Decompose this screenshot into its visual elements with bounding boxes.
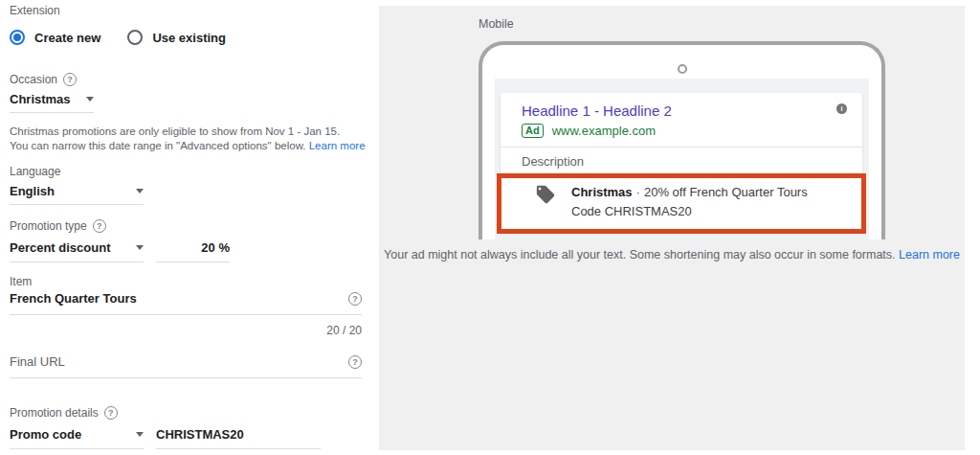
promotion-details-label: Promotion details	[10, 406, 99, 420]
help-icon[interactable]: ?	[93, 219, 106, 233]
help-icon[interactable]: ?	[348, 292, 362, 306]
item-value: French Quarter Tours	[10, 291, 137, 306]
promotion-details-row: Promo code CHRISTMAS20	[10, 425, 321, 449]
promotion-extension-editor: Extension Create new Use existing Occasi…	[0, 0, 980, 455]
preview-panel: Mobile Headline 1 - Headline 2 Ad www.ex…	[379, 6, 965, 450]
occasion-note-line1: Christmas promotions are only eligible t…	[10, 125, 340, 137]
phone-screen: Headline 1 - Headline 2 Ad www.example.c…	[495, 79, 869, 239]
radio-use-existing[interactable]	[127, 30, 143, 45]
extension-label: Extension	[10, 4, 60, 17]
promo-code-input[interactable]: CHRISTMAS20	[156, 425, 321, 449]
language-label: Language	[10, 165, 60, 178]
ad-url-row: Ad www.example.com	[522, 124, 843, 138]
disclaimer-text: Your ad might not always include all you…	[384, 248, 896, 262]
occasion-note: Christmas promotions are only eligible t…	[10, 125, 368, 153]
ad-display-url: www.example.com	[552, 124, 656, 138]
chevron-down-icon	[86, 97, 94, 102]
item-label: Item	[10, 275, 32, 288]
promo-detail-type-value: Promo code	[10, 427, 81, 442]
language-value: English	[10, 184, 55, 198]
final-url-input[interactable]: Final URL ?	[10, 354, 362, 378]
occasion-label-row: Occasion ?	[10, 73, 77, 86]
help-icon[interactable]: ?	[63, 73, 77, 86]
occasion-learn-more-link[interactable]: Learn more	[309, 140, 366, 151]
final-url-placeholder: Final URL	[10, 354, 65, 369]
info-icon[interactable]: i	[836, 103, 847, 114]
promo-text: 20% off French Quarter Tours	[644, 185, 808, 199]
promo-separator: ·	[633, 185, 644, 199]
promo-line: Christmas·20% off French Quarter Tours	[571, 185, 808, 199]
chevron-down-icon	[136, 432, 144, 437]
chevron-down-icon	[136, 189, 144, 193]
help-icon[interactable]: ?	[348, 355, 362, 369]
promotion-type-label: Promotion type	[10, 219, 87, 233]
percent-amount-value: 20 %	[201, 240, 230, 255]
chevron-down-icon	[136, 245, 144, 250]
promo-code-line: Code CHRISTMAS20	[571, 203, 808, 219]
ad-badge: Ad	[522, 124, 544, 138]
ad-description: Description	[522, 154, 843, 170]
promotion-type-row: Percent discount 20 %	[10, 239, 230, 262]
preview-disclaimer: Your ad might not always include all you…	[379, 248, 965, 262]
occasion-note-line2: You can narrow this date range in "Advan…	[10, 140, 306, 151]
tag-icon	[535, 184, 556, 219]
promo-detail-type-select[interactable]: Promo code	[10, 425, 144, 449]
promo-occasion: Christmas	[571, 185, 633, 199]
promo-extension-row: Christmas·20% off French Quarter Tours C…	[522, 183, 843, 219]
disclaimer-learn-more-link[interactable]: Learn more	[899, 248, 960, 262]
ad-headline: Headline 1 - Headline 2	[522, 102, 843, 120]
promotion-details-label-row: Promotion details ?	[10, 406, 118, 420]
occasion-label: Occasion	[10, 73, 57, 86]
occasion-select[interactable]: Christmas	[10, 92, 94, 113]
language-select[interactable]: English	[10, 184, 144, 205]
item-input[interactable]: French Quarter Tours ?	[10, 291, 362, 315]
promotion-type-label-row: Promotion type ?	[10, 219, 106, 233]
card-divider	[501, 147, 862, 148]
phone-camera-icon	[678, 64, 687, 74]
radio-create-new[interactable]	[10, 30, 25, 45]
help-icon[interactable]: ?	[104, 406, 118, 420]
percent-amount-input[interactable]: 20 %	[156, 239, 230, 262]
radio-create-new-label: Create new	[34, 31, 100, 45]
promotion-type-select[interactable]: Percent discount	[10, 239, 144, 262]
occasion-value: Christmas	[10, 92, 71, 106]
promo-code-value: CHRISTMAS20	[156, 427, 244, 442]
radio-use-existing-label: Use existing	[152, 31, 226, 45]
item-char-counter: 20 / 20	[10, 324, 362, 337]
device-label: Mobile	[479, 17, 514, 31]
mobile-phone-mockup: Headline 1 - Headline 2 Ad www.example.c…	[479, 41, 885, 239]
extension-radio-group: Create new Use existing	[10, 30, 226, 45]
promotion-type-value: Percent discount	[10, 240, 110, 255]
ad-preview-card: Headline 1 - Headline 2 Ad www.example.c…	[501, 93, 862, 230]
